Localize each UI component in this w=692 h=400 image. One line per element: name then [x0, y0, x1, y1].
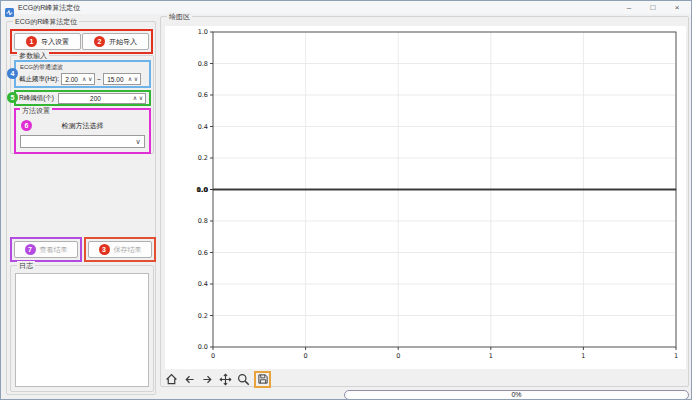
save-icon [257, 373, 269, 385]
cutoff-high-spinbox[interactable]: 15.00 ∧ ∨ [103, 73, 141, 85]
svg-text:0.0: 0.0 [198, 343, 208, 351]
svg-text:1.0: 1.0 [198, 28, 208, 36]
rpeak-threshold-value: 200 [59, 95, 132, 102]
annotation-badge-6: 6 [21, 120, 32, 131]
app-icon [5, 3, 14, 12]
svg-text:0.8: 0.8 [198, 60, 208, 68]
annotation-badge-5: 5 [7, 92, 18, 103]
view-results-label: 查看结果 [40, 245, 68, 255]
annotation-badge-7: 7 [25, 244, 36, 255]
arrow-left-icon [183, 373, 196, 386]
view-results-button[interactable]: 7 查看结果 [14, 241, 78, 258]
toolbar-pan-button[interactable] [218, 372, 232, 386]
log-group-title: 日志 [17, 261, 35, 270]
plot-canvas[interactable]: 1.00.80.60.40.20.01.00.80.60.40.20.00001… [165, 26, 686, 369]
annotation-box-save-results: 3 保存结果 [84, 237, 156, 262]
svg-text:0: 0 [396, 352, 400, 360]
annotation-box-view-results: 7 查看结果 [10, 237, 82, 262]
spin-down-icon[interactable]: ∨ [138, 93, 144, 103]
annotation-badge-3: 3 [99, 244, 110, 255]
svg-text:0.4: 0.4 [198, 123, 208, 131]
annotation-box-rpeak: R峰阈值(个) 200 ∧ ∨ [14, 90, 151, 106]
svg-text:0.8: 0.8 [198, 217, 208, 225]
log-textarea[interactable] [15, 273, 149, 387]
plot-figure: 1.00.80.60.40.20.01.00.80.60.40.20.00001… [165, 26, 686, 369]
annotation-badge-2: 2 [94, 36, 105, 47]
annotation-box-method: 方法设置 检测方法选择 ∨ 6 [14, 108, 151, 154]
title-bar: ECG的R峰算法定位 – □ × [1, 1, 691, 14]
main-settings-group: ECG的R峰算法定位 1 导入设置 2 开始导入 参数输入 ECG的带通滤波 截… [6, 21, 156, 395]
svg-text:1: 1 [581, 352, 585, 360]
param-input-group: 参数输入 ECG的带通滤波 截止频率(Hz): 2.00 ∧ ∨ ~ 15 [10, 55, 154, 154]
cutoff-low-spinbox[interactable]: 2.00 ∧ ∨ [61, 73, 95, 85]
minimize-button[interactable]: – [617, 1, 641, 14]
arrow-right-icon [201, 373, 214, 386]
svg-text:0.2: 0.2 [198, 312, 208, 320]
method-group-title: 方法设置 [20, 106, 52, 115]
import-settings-label: 导入设置 [41, 37, 69, 47]
start-import-button[interactable]: 2 开始导入 [82, 33, 149, 50]
progress-bar: 0% [344, 390, 689, 400]
save-results-button[interactable]: 3 保存结果 [88, 241, 152, 258]
method-select-label: 检测方法选择 [16, 121, 149, 131]
start-import-label: 开始导入 [109, 37, 137, 47]
annotation-badge-1: 1 [26, 36, 37, 47]
app-window: ECG的R峰算法定位 – □ × ECG的R峰算法定位 1 导入设置 2 开始导… [0, 0, 692, 400]
save-results-label: 保存结果 [114, 245, 142, 255]
svg-text:0: 0 [211, 352, 215, 360]
svg-text:0.4: 0.4 [198, 280, 208, 288]
maximize-button[interactable]: □ [641, 1, 665, 14]
svg-text:1: 1 [674, 352, 678, 360]
svg-text:0: 0 [304, 352, 308, 360]
toolbar-zoom-button[interactable] [236, 372, 250, 386]
spin-down-icon[interactable]: ∨ [133, 74, 139, 84]
main-group-title: ECG的R峰算法定位 [13, 17, 79, 26]
close-button[interactable]: × [665, 1, 689, 14]
cutoff-low-value: 2.00 [62, 76, 81, 83]
plot-area-group: 绘图区 1.00.80.60.40.20.01.00.80.60.40.20.0… [160, 16, 689, 387]
window-title: ECG的R峰算法定位 [18, 1, 80, 14]
annotation-box-save-icon [254, 371, 271, 388]
window-controls: – □ × [617, 1, 689, 14]
annotation-badge-4: 4 [7, 68, 18, 79]
home-icon [165, 373, 178, 386]
pan-icon [219, 373, 232, 386]
svg-text:0.6: 0.6 [198, 249, 208, 257]
plot-group-title: 绘图区 [167, 12, 192, 21]
bandpass-group-title: ECG的带通滤波 [16, 62, 149, 72]
cutoff-frequency-label: 截止频率(Hz): [19, 75, 59, 84]
progress-label: 0% [511, 391, 521, 398]
toolbar-back-button[interactable] [182, 372, 196, 386]
range-separator: ~ [97, 76, 101, 83]
magnifier-icon [237, 373, 250, 386]
spin-down-icon[interactable]: ∨ [87, 74, 93, 84]
toolbar-save-button[interactable] [256, 372, 269, 386]
svg-text:0.6: 0.6 [198, 91, 208, 99]
svg-text:1.0: 1.0 [196, 186, 208, 194]
svg-text:0.2: 0.2 [198, 154, 208, 162]
rpeak-threshold-label: R峰阈值(个) [19, 94, 54, 103]
cutoff-high-value: 15.00 [104, 76, 127, 83]
toolbar-home-button[interactable] [164, 372, 178, 386]
log-group: 日志 [10, 265, 154, 392]
rpeak-threshold-spinbox[interactable]: 200 ∧ ∨ [58, 93, 146, 104]
chevron-down-icon: ∨ [132, 138, 144, 146]
method-combobox[interactable]: ∨ [20, 135, 145, 148]
annotation-box-bandpass: ECG的带通滤波 截止频率(Hz): 2.00 ∧ ∨ ~ 15.00 [14, 60, 151, 88]
toolbar-forward-button[interactable] [200, 372, 214, 386]
import-settings-button[interactable]: 1 导入设置 [14, 33, 81, 50]
svg-text:1: 1 [489, 352, 493, 360]
plot-toolbar [164, 371, 271, 387]
param-group-title: 参数输入 [17, 51, 49, 60]
